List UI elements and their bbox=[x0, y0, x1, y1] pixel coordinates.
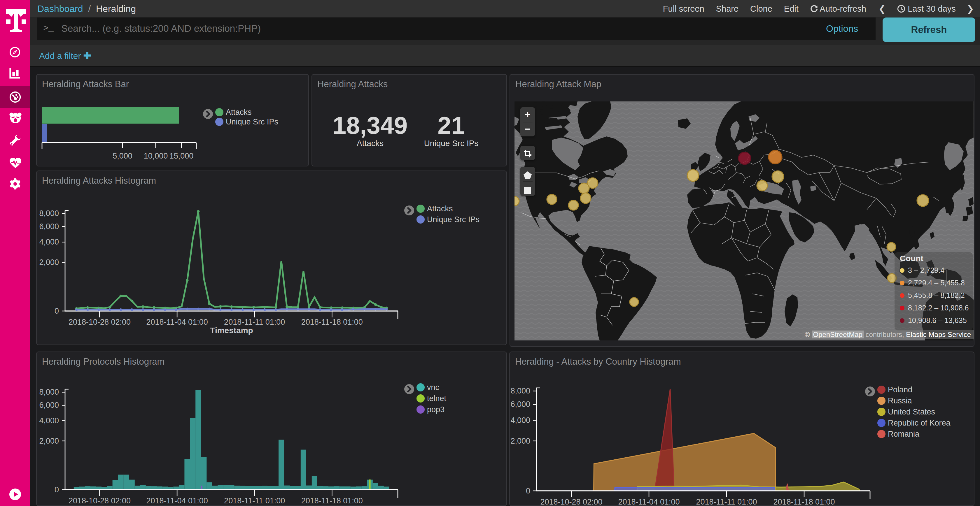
svg-text:2018-11-11 01:00: 2018-11-11 01:00 bbox=[224, 318, 285, 327]
svg-text:Timestamp: Timestamp bbox=[210, 504, 253, 506]
svg-text:2018-11-04 01:00: 2018-11-04 01:00 bbox=[146, 496, 208, 505]
svg-text:8,000: 8,000 bbox=[39, 388, 59, 397]
svg-text:2018-11-04 01:00: 2018-11-04 01:00 bbox=[146, 318, 208, 327]
svg-text:6,000: 6,000 bbox=[39, 222, 59, 231]
svg-text:2018-11-11 01:00: 2018-11-11 01:00 bbox=[696, 498, 757, 506]
svg-text:2018-11-11 01:00: 2018-11-11 01:00 bbox=[224, 496, 285, 505]
svg-text:2,000: 2,000 bbox=[511, 437, 530, 446]
svg-text:6,000: 6,000 bbox=[39, 401, 59, 409]
svg-text:Timestamp: Timestamp bbox=[210, 326, 253, 335]
svg-text:2018-11-04 01:00: 2018-11-04 01:00 bbox=[618, 498, 679, 506]
svg-text:10,000: 10,000 bbox=[144, 152, 168, 160]
svg-text:15,000: 15,000 bbox=[169, 152, 194, 160]
svg-text:5,000: 5,000 bbox=[113, 152, 132, 160]
svg-text:0: 0 bbox=[54, 485, 59, 494]
svg-text:2018-11-18 01:00: 2018-11-18 01:00 bbox=[301, 496, 363, 505]
svg-text:8,000: 8,000 bbox=[39, 209, 59, 218]
svg-text:2,000: 2,000 bbox=[39, 258, 59, 267]
svg-text:2018-11-18 01:00: 2018-11-18 01:00 bbox=[773, 498, 835, 506]
svg-text:2018-10-28 02:00: 2018-10-28 02:00 bbox=[540, 498, 602, 506]
svg-text:4,000: 4,000 bbox=[39, 238, 59, 246]
svg-text:2018-10-28 02:00: 2018-10-28 02:00 bbox=[68, 318, 130, 327]
svg-text:2018-10-28 02:00: 2018-10-28 02:00 bbox=[68, 496, 130, 505]
svg-text:8,000: 8,000 bbox=[511, 387, 530, 395]
svg-text:0: 0 bbox=[54, 307, 59, 316]
svg-text:0: 0 bbox=[526, 487, 530, 495]
svg-text:2018-11-18 01:00: 2018-11-18 01:00 bbox=[301, 318, 363, 327]
svg-text:4,000: 4,000 bbox=[511, 416, 530, 425]
svg-text:2,000: 2,000 bbox=[39, 437, 59, 446]
svg-text:6,000: 6,000 bbox=[511, 400, 530, 409]
svg-text:4,000: 4,000 bbox=[39, 416, 59, 425]
